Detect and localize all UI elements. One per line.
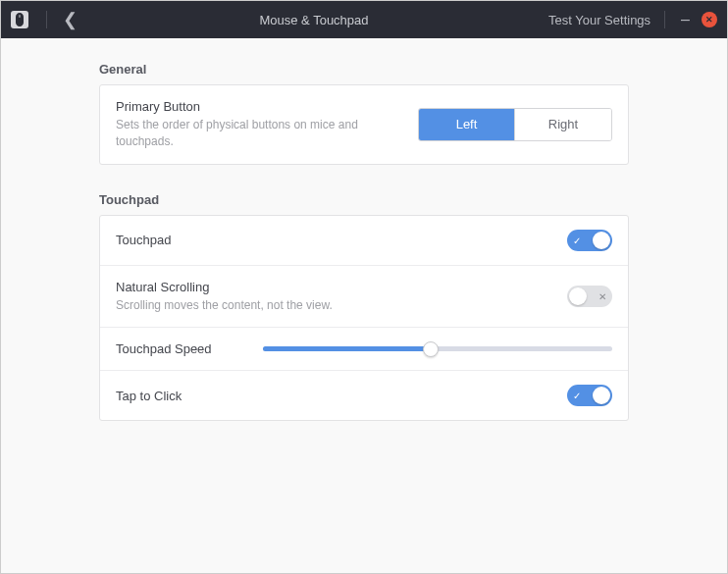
slider-thumb[interactable] (423, 341, 439, 357)
content-area: General Primary Button Sets the order of… (1, 38, 727, 573)
divider (46, 11, 47, 28)
tap-to-click-row: Tap to Click ✓ (100, 371, 628, 420)
primary-button-segmented: Left Right (418, 108, 612, 141)
primary-button-desc: Sets the order of physical buttons on mi… (116, 117, 390, 150)
general-panel: Primary Button Sets the order of physica… (99, 84, 629, 165)
mouse-icon (11, 11, 28, 28)
touchpad-speed-slider[interactable] (263, 346, 612, 351)
window-title: Mouse & Touchpad (83, 13, 545, 27)
touchpad-toggle-row: Touchpad ✓ (100, 216, 628, 266)
divider (664, 11, 665, 28)
section-title-general: General (99, 62, 629, 77)
primary-button-text: Primary Button Sets the order of physica… (116, 99, 418, 150)
primary-button-row: Primary Button Sets the order of physica… (100, 85, 628, 164)
touchpad-speed-label: Touchpad Speed (116, 341, 263, 356)
touchpad-label: Touchpad (116, 233, 567, 247)
touchpad-speed-row: Touchpad Speed (100, 328, 628, 371)
touchpad-section: Touchpad Touchpad ✓ Natural Scrolling Sc… (99, 192, 629, 422)
check-icon: ✓ (573, 391, 581, 401)
test-settings-button[interactable]: Test Your Settings (545, 13, 654, 27)
tap-to-click-label: Tap to Click (116, 389, 567, 403)
general-section: General Primary Button Sets the order of… (99, 62, 629, 165)
natural-scrolling-toggle[interactable]: ✕ (567, 286, 612, 307)
x-icon: ✕ (598, 290, 606, 301)
back-button[interactable]: ❮ (57, 9, 83, 30)
section-title-touchpad: Touchpad (99, 192, 629, 207)
natural-scrolling-desc: Scrolling moves the content, not the vie… (116, 297, 390, 314)
check-icon: ✓ (573, 235, 581, 245)
primary-button-right[interactable]: Right (515, 109, 611, 140)
titlebar: ❮ Mouse & Touchpad Test Your Settings – (1, 1, 727, 38)
natural-scrolling-row: Natural Scrolling Scrolling moves the co… (100, 266, 628, 329)
primary-button-left[interactable]: Left (419, 109, 515, 140)
tap-to-click-toggle[interactable]: ✓ (567, 385, 612, 406)
touchpad-panel: Touchpad ✓ Natural Scrolling Scrolling m… (99, 215, 629, 422)
minimize-button[interactable]: – (675, 11, 696, 28)
natural-scrolling-label: Natural Scrolling (116, 280, 567, 294)
touchpad-toggle[interactable]: ✓ (567, 230, 612, 251)
close-button[interactable] (702, 12, 717, 27)
primary-button-label: Primary Button (116, 99, 418, 114)
